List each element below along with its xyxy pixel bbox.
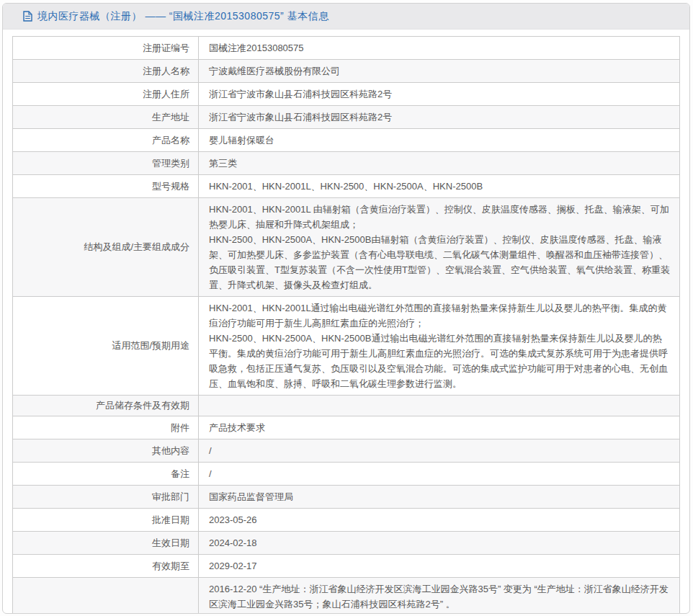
table-row: 型号规格HKN-2001、HKN-2001L、HKN-2500、HKN-2500… <box>13 175 680 198</box>
row-label: 适用范围/预期用途 <box>13 297 199 396</box>
row-label: 生效日期 <box>13 532 199 555</box>
row-value: 产品技术要求 <box>199 416 680 439</box>
table-row: 注册证编号国械注准20153080575 <box>13 37 680 60</box>
page-title: 境内医疗器械（注册） —— “国械注准20153080575” 基本信息 <box>37 10 329 23</box>
record-card: 境内医疗器械（注册） —— “国械注准20153080575” 基本信息 注册证… <box>2 3 690 614</box>
row-value: 国械注准20153080575 <box>199 37 680 60</box>
row-value: 浙江省宁波市象山县石浦科技园区科苑路2号 <box>199 83 680 106</box>
row-value: HKN-2001、HKN-2001L通过输出电磁光谱红外范围的直接辐射热量来保持… <box>199 297 680 396</box>
row-value: 婴儿辐射保暖台 <box>199 129 680 152</box>
table-row: 注册人住所浙江省宁波市象山县石浦科技园区科苑路2号 <box>13 83 680 106</box>
row-value: 浙江省宁波市象山县石浦科技园区科苑路2号 <box>199 106 680 129</box>
table-row: 生效日期2024-02-18 <box>13 532 680 555</box>
table-row: 产品储存条件及有效期 <box>13 396 680 416</box>
row-value <box>199 396 680 416</box>
table-row: 结构及组成/主要组成成分HKN-2001、HKN-2001L 由辐射箱（含黄疸治… <box>13 198 680 297</box>
table-row: 生产地址浙江省宁波市象山县石浦科技园区科苑路2号 <box>13 106 680 129</box>
row-label: 附件 <box>13 416 199 439</box>
row-label: 有效期至 <box>13 555 199 578</box>
row-value: 2016-12-20 “生产地址：浙江省象山经济开发区滨海工业园金兴路35号” … <box>199 578 680 615</box>
row-value: 国家药品监督管理局 <box>199 486 680 509</box>
table-row: 审批部门国家药品监督管理局 <box>13 486 680 509</box>
info-table-body: 注册证编号国械注准20153080575注册人名称宁波戴维医疗器械股份有限公司注… <box>13 37 680 615</box>
row-label: 结构及组成/主要组成成分 <box>13 198 199 297</box>
row-label: 其他内容 <box>13 439 199 463</box>
table-wrap: 注册证编号国械注准20153080575注册人名称宁波戴维医疗器械股份有限公司注… <box>3 30 689 614</box>
row-label: 审批部门 <box>13 486 199 509</box>
table-row: 管理类别第三类 <box>13 152 680 175</box>
row-value: HKN-2001、HKN-2001L、HKN-2500、HKN-2500A、HK… <box>199 175 680 198</box>
row-value: HKN-2001、HKN-2001L 由辐射箱（含黄疸治疗装置）、控制仪、皮肤温… <box>199 198 680 297</box>
table-row: 注册人名称宁波戴维医疗器械股份有限公司 <box>13 60 680 83</box>
registration-info-table: 注册证编号国械注准20153080575注册人名称宁波戴维医疗器械股份有限公司注… <box>12 36 680 614</box>
row-label: 管理类别 <box>13 152 199 175</box>
row-value: / <box>199 463 680 486</box>
table-row: 批准日期2023-05-26 <box>13 509 680 532</box>
row-label: 产品名称 <box>13 129 199 152</box>
table-row: 其他内容/ <box>13 439 680 463</box>
document-icon <box>23 11 32 22</box>
row-label: 批准日期 <box>13 509 199 532</box>
row-label: 型号规格 <box>13 175 199 198</box>
table-row: 变更情况2016-12-20 “生产地址：浙江省象山经济开发区滨海工业园金兴路3… <box>13 578 680 615</box>
row-label: 注册证编号 <box>13 37 199 60</box>
row-value: 2029-02-17 <box>199 555 680 578</box>
table-row: 适用范围/预期用途HKN-2001、HKN-2001L通过输出电磁光谱红外范围的… <box>13 297 680 396</box>
row-value: 宁波戴维医疗器械股份有限公司 <box>199 60 680 83</box>
table-row: 附件产品技术要求 <box>13 416 680 439</box>
row-label: 生产地址 <box>13 106 199 129</box>
row-label: 备注 <box>13 463 199 486</box>
table-row: 产品名称婴儿辐射保暖台 <box>13 129 680 152</box>
row-label: 注册人住所 <box>13 83 199 106</box>
row-value: 第三类 <box>199 152 680 175</box>
table-row: 备注/ <box>13 463 680 486</box>
row-value: 2023-05-26 <box>199 509 680 532</box>
table-row: 有效期至2029-02-17 <box>13 555 680 578</box>
row-label: 产品储存条件及有效期 <box>13 396 199 416</box>
card-header: 境内医疗器械（注册） —— “国械注准20153080575” 基本信息 <box>3 4 689 30</box>
row-label: 变更情况 <box>13 578 199 615</box>
row-label: 注册人名称 <box>13 60 199 83</box>
row-value: 2024-02-18 <box>199 532 680 555</box>
row-value: / <box>199 439 680 463</box>
